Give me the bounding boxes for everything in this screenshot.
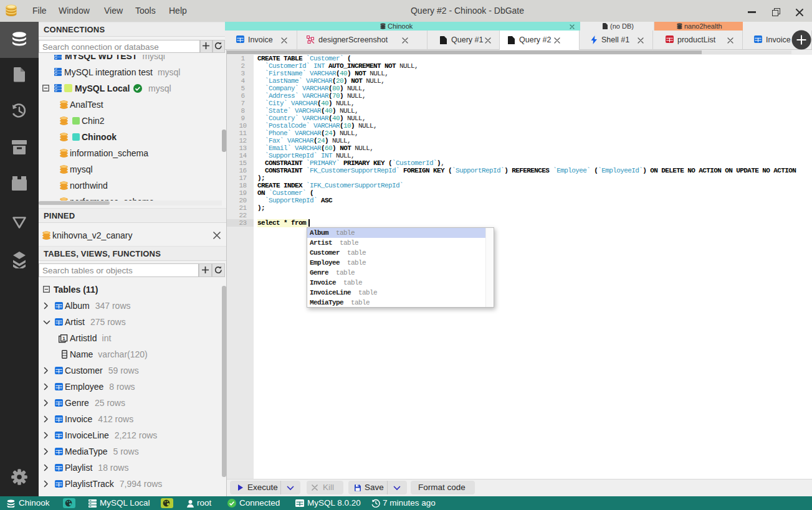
svg-text:1: 1: [62, 336, 65, 341]
